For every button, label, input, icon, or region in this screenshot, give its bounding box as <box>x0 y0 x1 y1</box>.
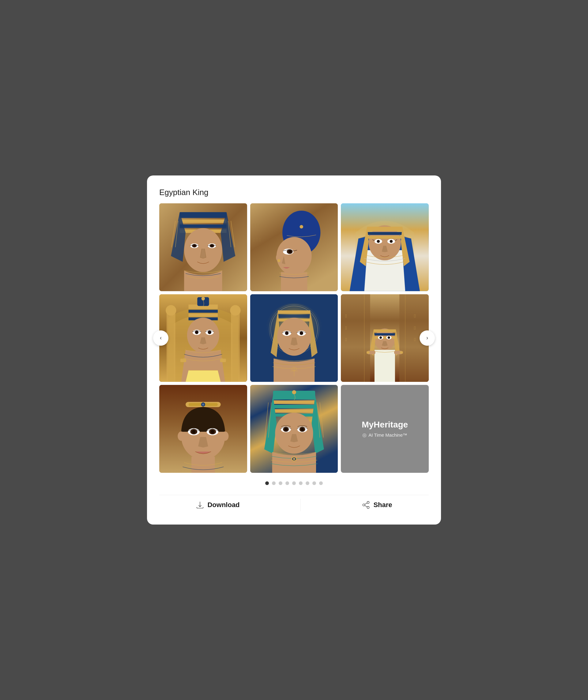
svg-point-23 <box>293 214 298 219</box>
svg-rect-64 <box>180 359 186 362</box>
svg-rect-55 <box>189 314 218 317</box>
brand-name: MyHeritage <box>362 420 408 430</box>
svg-rect-92 <box>374 333 396 336</box>
svg-rect-93 <box>374 336 396 339</box>
svg-point-129 <box>292 390 296 394</box>
svg-point-25 <box>302 213 307 218</box>
svg-point-17 <box>211 245 213 247</box>
svg-point-58 <box>202 297 205 300</box>
image-cell-2: 𓀀 𓁀 𓂀 𓃀 𓄀 𓅀 <box>250 203 338 291</box>
svg-rect-39 <box>367 227 402 231</box>
svg-point-52 <box>230 305 240 315</box>
pharaoh-image-6: 𓀀 𓂀 𓃀 𓄀 𓅀 𓆀 <box>341 294 429 382</box>
svg-rect-121 <box>273 405 315 408</box>
next-button[interactable]: › <box>420 330 435 346</box>
brand-icon: ◎ <box>362 432 367 438</box>
svg-point-114 <box>192 430 195 433</box>
dot-3[interactable] <box>279 481 282 485</box>
svg-rect-40 <box>367 232 402 235</box>
svg-rect-41 <box>367 236 402 239</box>
dot-6[interactable] <box>299 481 303 485</box>
pharaoh-image-2: 𓀀 𓁀 𓂀 𓃀 𓄀 𓅀 <box>250 203 338 291</box>
svg-point-61 <box>195 330 198 334</box>
svg-point-31 <box>277 259 281 262</box>
image-cell-3 <box>341 203 429 291</box>
svg-point-75 <box>285 331 288 335</box>
svg-point-136 <box>301 428 304 431</box>
svg-point-22 <box>289 217 293 222</box>
pharaoh-image-3 <box>341 203 429 291</box>
dot-1[interactable] <box>265 481 269 485</box>
pagination-dots <box>159 481 429 485</box>
svg-point-51 <box>166 305 176 315</box>
svg-point-14 <box>193 245 196 247</box>
svg-text:𓃀: 𓃀 <box>345 337 347 342</box>
svg-rect-54 <box>189 310 218 313</box>
share-label: Share <box>373 501 392 509</box>
svg-rect-109 <box>191 457 215 473</box>
download-icon <box>196 501 204 509</box>
svg-point-24 <box>297 212 302 217</box>
svg-rect-4 <box>180 220 227 223</box>
svg-rect-122 <box>273 409 315 413</box>
pharaoh-image-4 <box>159 294 247 382</box>
action-divider <box>300 499 301 511</box>
image-cell-1 <box>159 203 247 291</box>
svg-rect-91 <box>374 329 396 332</box>
svg-line-144 <box>365 503 367 505</box>
dot-8[interactable] <box>312 481 316 485</box>
svg-rect-50 <box>231 312 240 382</box>
dot-4[interactable] <box>285 481 289 485</box>
svg-rect-98 <box>375 350 395 382</box>
svg-point-28 <box>300 225 303 228</box>
brand-subtitle: ◎ AI Time Machine™ <box>362 432 407 438</box>
dot-9[interactable] <box>319 481 323 485</box>
image-cell-6: 𓀀 𓂀 𓃀 𓄀 𓅀 𓆀 <box>341 294 429 382</box>
prev-button[interactable]: ‹ <box>153 330 168 346</box>
pharaoh-image-5 <box>250 294 338 382</box>
svg-point-141 <box>363 504 365 506</box>
svg-rect-36 <box>281 272 307 291</box>
svg-rect-5 <box>180 224 227 228</box>
share-icon <box>362 501 370 509</box>
brand-cell: MyHeritage ◎ AI Time Machine™ <box>341 385 429 473</box>
svg-point-97 <box>388 336 390 339</box>
svg-point-95 <box>379 336 382 339</box>
main-card: Egyptian King <box>147 175 441 525</box>
svg-point-63 <box>208 330 211 334</box>
svg-point-110 <box>178 431 185 441</box>
svg-text:𓃀 𓄀 𓅀: 𓃀 𓄀 𓅀 <box>253 237 261 242</box>
svg-text:𓄀: 𓄀 <box>414 313 416 318</box>
svg-point-59 <box>187 318 219 353</box>
svg-rect-71 <box>278 315 310 318</box>
svg-text:𓆀: 𓆀 <box>414 337 416 342</box>
image-grid: 𓀀 𓁀 𓂀 𓃀 𓄀 𓅀 <box>159 203 429 473</box>
svg-rect-101 <box>367 351 370 354</box>
svg-text:𓀀: 𓀀 <box>345 313 347 318</box>
svg-point-142 <box>367 506 369 509</box>
svg-point-107 <box>202 404 205 406</box>
svg-point-139 <box>293 458 295 460</box>
image-cell-4 <box>159 294 247 382</box>
share-button[interactable]: Share <box>349 498 404 512</box>
image-cell-7 <box>159 385 247 473</box>
svg-point-34 <box>288 250 292 253</box>
download-button[interactable]: Download <box>183 498 252 512</box>
svg-point-117 <box>211 430 214 433</box>
svg-rect-65 <box>220 359 226 362</box>
brand-subtitle-text: AI Time Machine™ <box>368 432 407 438</box>
svg-text:𓀀 𓁀 𓂀: 𓀀 𓁀 𓂀 <box>253 222 261 228</box>
pharaoh-image-8 <box>250 385 338 473</box>
dot-7[interactable] <box>306 481 309 485</box>
action-bar: Download Share <box>159 495 429 512</box>
svg-rect-3 <box>180 212 227 218</box>
chevron-right-icon: › <box>426 335 428 341</box>
svg-text:𓂀: 𓂀 <box>345 325 347 330</box>
image-cell-5 <box>250 294 338 382</box>
dot-5[interactable] <box>292 481 296 485</box>
svg-line-143 <box>365 506 367 507</box>
dot-2[interactable] <box>272 481 276 485</box>
svg-point-133 <box>284 428 287 431</box>
card-title: Egyptian King <box>159 188 429 197</box>
pharaoh-image-1 <box>159 203 247 291</box>
